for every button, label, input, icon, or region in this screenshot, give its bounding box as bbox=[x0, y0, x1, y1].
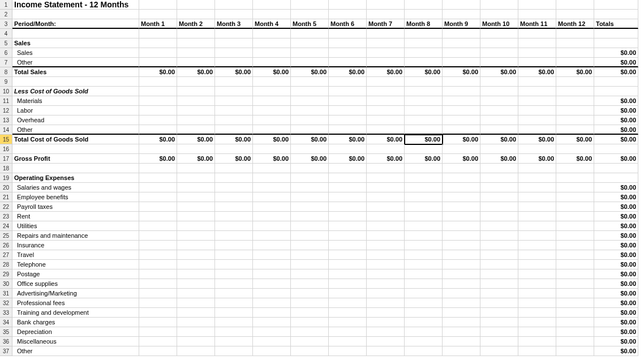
cell-blank[interactable] bbox=[443, 87, 480, 96]
cell-blank[interactable] bbox=[367, 38, 405, 48]
cell-blank[interactable] bbox=[12, 10, 139, 19]
cell-blank[interactable] bbox=[139, 0, 177, 10]
row-header-29[interactable]: 29 bbox=[0, 269, 12, 279]
cell-value[interactable] bbox=[253, 125, 291, 135]
cell-value[interactable]: $0.00 bbox=[139, 67, 177, 77]
cell-value[interactable] bbox=[177, 318, 215, 327]
row-total[interactable]: $0.00 bbox=[594, 48, 638, 58]
cell-value[interactable] bbox=[367, 96, 405, 106]
cell-value[interactable] bbox=[443, 269, 480, 279]
row-header-33[interactable]: 33 bbox=[0, 308, 12, 318]
cell-value[interactable]: $0.00 bbox=[329, 67, 367, 77]
cell-value[interactable] bbox=[556, 221, 594, 231]
cell-value[interactable] bbox=[518, 183, 556, 192]
cell-value[interactable] bbox=[329, 106, 367, 115]
cell-blank[interactable] bbox=[480, 10, 518, 19]
cell-blank[interactable] bbox=[443, 10, 480, 19]
cell-blank[interactable] bbox=[329, 0, 367, 10]
row-header-7[interactable]: 7 bbox=[0, 58, 12, 67]
cell-value[interactable] bbox=[177, 183, 215, 192]
cell-blank[interactable] bbox=[480, 0, 518, 10]
cell-value[interactable] bbox=[405, 298, 443, 308]
cell-value[interactable] bbox=[253, 106, 291, 115]
cell-blank[interactable] bbox=[594, 10, 638, 19]
cell-value[interactable] bbox=[139, 48, 177, 58]
cell-value[interactable]: $0.00 bbox=[139, 135, 177, 144]
cell-value[interactable] bbox=[177, 337, 215, 346]
cell-value[interactable] bbox=[215, 115, 253, 125]
cell-value[interactable]: $0.00 bbox=[177, 67, 215, 77]
cell-value[interactable] bbox=[367, 308, 405, 318]
cell-blank[interactable] bbox=[139, 77, 177, 87]
cell-value[interactable] bbox=[329, 337, 367, 346]
cell-value[interactable] bbox=[443, 298, 480, 308]
cell-value[interactable] bbox=[215, 260, 253, 269]
cell-blank[interactable] bbox=[518, 38, 556, 48]
cell-blank[interactable] bbox=[329, 87, 367, 96]
cell-blank[interactable] bbox=[594, 38, 638, 48]
cell-value[interactable] bbox=[177, 327, 215, 337]
row-header-35[interactable]: 35 bbox=[0, 327, 12, 337]
cell-value[interactable]: $0.00 bbox=[291, 67, 329, 77]
cell-value[interactable] bbox=[329, 308, 367, 318]
cell-value[interactable]: $0.00 bbox=[139, 154, 177, 164]
row-label[interactable]: Telephone bbox=[12, 260, 139, 269]
cell-blank[interactable] bbox=[405, 0, 443, 10]
row-header-11[interactable]: 11 bbox=[0, 96, 12, 106]
cell-blank[interactable] bbox=[367, 10, 405, 19]
cell-blank[interactable] bbox=[12, 144, 139, 154]
cell-value[interactable]: $0.00 bbox=[253, 67, 291, 77]
cell-value[interactable] bbox=[443, 279, 480, 289]
row-header-13[interactable]: 13 bbox=[0, 115, 12, 125]
cell-value[interactable] bbox=[215, 58, 253, 67]
cell-value[interactable] bbox=[443, 106, 480, 115]
row-header-2[interactable]: 2 bbox=[0, 10, 12, 19]
row-total[interactable]: $0.00 bbox=[594, 289, 638, 298]
cell-value[interactable] bbox=[177, 260, 215, 269]
cell-value[interactable] bbox=[480, 96, 518, 106]
row-total[interactable]: $0.00 bbox=[594, 231, 638, 241]
row-label[interactable]: Utilities bbox=[12, 221, 139, 231]
cell-blank[interactable] bbox=[215, 38, 253, 48]
cell-value[interactable]: $0.00 bbox=[556, 67, 594, 77]
cell-blank[interactable] bbox=[215, 87, 253, 96]
cell-value[interactable] bbox=[518, 241, 556, 250]
row-label[interactable]: Materials bbox=[12, 96, 139, 106]
cell-blank[interactable] bbox=[480, 164, 518, 173]
cell-blank[interactable] bbox=[480, 173, 518, 183]
cell-value[interactable] bbox=[177, 308, 215, 318]
cell-value[interactable] bbox=[405, 269, 443, 279]
row-label[interactable]: Other bbox=[12, 58, 139, 67]
row-header-4[interactable]: 4 bbox=[0, 29, 12, 38]
cell-value[interactable] bbox=[480, 202, 518, 212]
cell-value[interactable] bbox=[139, 58, 177, 67]
cell-value[interactable] bbox=[291, 260, 329, 269]
cell-value[interactable] bbox=[177, 106, 215, 115]
row-total[interactable]: $0.00 bbox=[594, 96, 638, 106]
cell-blank[interactable] bbox=[556, 10, 594, 19]
cell-value[interactable]: $0.00 bbox=[253, 154, 291, 164]
cell-value[interactable] bbox=[329, 289, 367, 298]
cell-value[interactable] bbox=[367, 231, 405, 241]
cell-value[interactable] bbox=[291, 212, 329, 221]
cell-blank[interactable] bbox=[443, 144, 480, 154]
cell-value[interactable] bbox=[556, 289, 594, 298]
row-header-22[interactable]: 22 bbox=[0, 202, 12, 212]
cell-value[interactable] bbox=[443, 96, 480, 106]
cell-value[interactable] bbox=[177, 250, 215, 260]
row-header-32[interactable]: 32 bbox=[0, 298, 12, 308]
row-label[interactable]: Depreciation bbox=[12, 327, 139, 337]
cell-value[interactable] bbox=[405, 125, 443, 135]
cell-value[interactable] bbox=[291, 125, 329, 135]
cell-value[interactable] bbox=[291, 279, 329, 289]
cell-value[interactable] bbox=[139, 202, 177, 212]
cell-value[interactable] bbox=[329, 327, 367, 337]
cell-blank[interactable] bbox=[594, 77, 638, 87]
cell-value[interactable] bbox=[329, 346, 367, 356]
cell-blank[interactable] bbox=[291, 0, 329, 10]
row-label[interactable]: Professional fees bbox=[12, 298, 139, 308]
cell-value[interactable] bbox=[480, 58, 518, 67]
cell-value[interactable] bbox=[291, 318, 329, 327]
cell-value[interactable] bbox=[215, 183, 253, 192]
cell-blank[interactable] bbox=[177, 77, 215, 87]
